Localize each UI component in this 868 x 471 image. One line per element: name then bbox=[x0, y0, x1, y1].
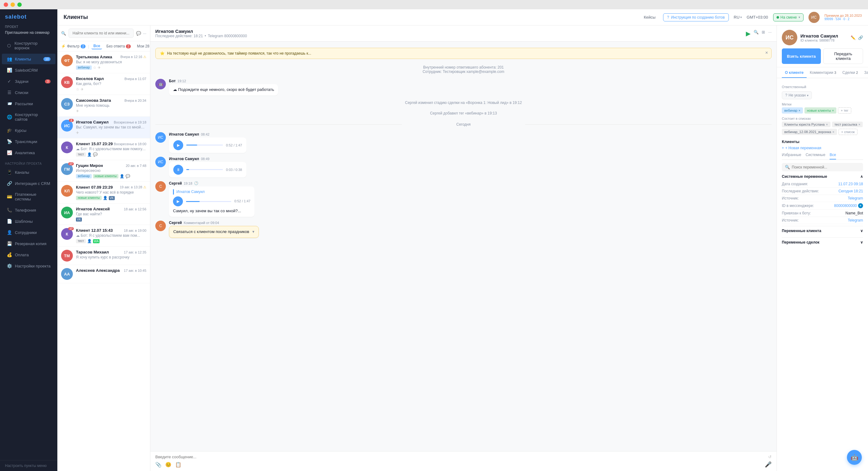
add-list-btn[interactable]: + список bbox=[839, 129, 858, 135]
sidebar-item-zadachi[interactable]: ✓ Задачи 3 bbox=[2, 76, 56, 87]
refresh-icon[interactable]: ↺ bbox=[768, 454, 772, 459]
list-item[interactable]: 2 ИС Игнатов Самуил Воскресенье в 19:18 … bbox=[57, 117, 150, 138]
project-label: ПРОЕКТ bbox=[0, 23, 57, 30]
sidebar-label-spiski: Списки bbox=[15, 90, 28, 95]
add-tag-btn[interactable]: + тег bbox=[838, 107, 851, 114]
list-item[interactable]: КВ Веселов Карл Вчера в 11:07 Как дела, … bbox=[57, 73, 150, 95]
question-icon: ? bbox=[785, 93, 787, 97]
play-button[interactable]: ▶ bbox=[173, 197, 183, 206]
more-icon[interactable]: ··· bbox=[143, 31, 146, 36]
message-input[interactable] bbox=[155, 454, 765, 459]
chat-input-bottom: 📎 😊 📋 🎤 bbox=[155, 461, 772, 468]
new-variable-btn[interactable]: + + Новая переменная bbox=[782, 146, 863, 150]
client-name-row: Тарасов Михаил 17 авг. в 12:35 bbox=[76, 250, 146, 255]
send-icon: ✈ bbox=[98, 65, 101, 70]
filter-button[interactable]: ⚡ Фильтр 2 bbox=[61, 44, 86, 49]
tab-all[interactable]: Все bbox=[91, 43, 102, 49]
transfer-client-button[interactable]: Передать клиента bbox=[824, 49, 863, 64]
maximize-button[interactable] bbox=[18, 2, 22, 7]
sidebar-item-klienty[interactable]: 👥 Клиенты 10 bbox=[2, 54, 56, 64]
sidebar-item-telefon[interactable]: 📞 Телефония bbox=[2, 205, 56, 215]
sidebar-item-analitika[interactable]: 📈 Аналитика bbox=[2, 147, 56, 158]
tab-no-answer[interactable]: Без ответа 2 bbox=[104, 43, 132, 49]
client-time: 18 авг. в 19:00 bbox=[124, 229, 146, 232]
client-time: Воскресенье в 18:00 bbox=[114, 142, 146, 146]
tab-about[interactable]: О клиенте bbox=[782, 67, 807, 78]
tab-tasks[interactable]: Задачи 4 bbox=[861, 67, 868, 78]
sidebar-item-translyacii[interactable]: 📡 Трансляции bbox=[2, 136, 56, 147]
mic-icon[interactable]: 🎤 bbox=[765, 461, 772, 468]
sidebar-label-konstruktor: Конструктор сайтов bbox=[15, 112, 51, 122]
help-btn[interactable]: ? Инструкция по созданию ботов bbox=[663, 13, 729, 22]
chat-icon[interactable]: 💬 bbox=[136, 31, 141, 36]
assigned-dropdown[interactable]: ? Не указан ▾ bbox=[782, 91, 812, 99]
list-item[interactable]: ТМ Тарасов Михаил 17 авг. в 12:35 Я хочу… bbox=[57, 247, 150, 265]
collapse-icon[interactable]: ∧ bbox=[860, 174, 863, 179]
minimize-button[interactable] bbox=[10, 2, 15, 7]
cases-btn[interactable]: Кейсы bbox=[641, 13, 658, 21]
avatar-initials: ГМ bbox=[64, 167, 70, 172]
tag: новые клиенты bbox=[76, 196, 102, 200]
sidebar-item-konstruktor[interactable]: 🌐 Конструктор сайтов bbox=[2, 110, 56, 124]
client-info: Веселов Карл Вчера в 11:07 Как дела, бот… bbox=[76, 76, 146, 91]
sidebar-item-kanaly[interactable]: 📱 Каналы bbox=[2, 167, 56, 177]
more-icon[interactable]: ··· bbox=[768, 30, 772, 37]
sidebar-item-spiski[interactable]: ☰ Списки bbox=[2, 87, 56, 98]
tab-comments[interactable]: Комментарии 3 bbox=[807, 67, 839, 78]
tab-deals[interactable]: Сделки 2 bbox=[839, 67, 861, 78]
close-icon[interactable]: ✕ bbox=[765, 51, 768, 55]
sidebar-item-rezerv[interactable]: 💾 Резервная копия bbox=[2, 238, 56, 249]
play-button[interactable]: ▶ bbox=[173, 140, 183, 150]
list-item[interactable]: АА Алексеев Александра 17 авг. в 10:45 bbox=[57, 265, 150, 283]
sidebar-item-shablony[interactable]: 📄 Шаблоны bbox=[2, 216, 56, 227]
list-item[interactable]: СЗ Самсонова Злата Вчера в 20:34 Мне нуж… bbox=[57, 95, 150, 117]
deal-vars-section[interactable]: Переменные сделок ∨ bbox=[782, 237, 863, 247]
close-button[interactable] bbox=[4, 2, 8, 7]
sidebar-item-rassylki[interactable]: 📨 Рассылки bbox=[2, 98, 56, 109]
avatar[interactable]: ИС bbox=[808, 12, 819, 23]
list-item[interactable]: 17 К Клиент 12.07 15:43 18 авг. в 19:00 … bbox=[57, 225, 150, 247]
sidebar-label-zadachi: Задачи bbox=[15, 79, 29, 84]
search-icon[interactable]: 🔍 bbox=[754, 30, 758, 37]
sidebar-item-integraciya[interactable]: 🔗 Интеграция с CRM bbox=[2, 178, 56, 189]
list-item[interactable]: КЛ Клиент 07.09 23:29 19 авг. в 13:28 ⚠ … bbox=[57, 182, 150, 204]
float-bot-button[interactable]: 🤖 bbox=[847, 450, 862, 465]
sidebar-item-nastrojki[interactable]: ⚙️ Настройки проекта bbox=[2, 261, 56, 271]
sidebar-item-kursy[interactable]: 🎓 Курсы bbox=[2, 125, 56, 136]
play-icon[interactable]: ▶ bbox=[746, 30, 750, 37]
customize-menu-btn[interactable]: Настроить пункты меню bbox=[0, 460, 57, 471]
edit-icon[interactable]: ✏️ bbox=[850, 35, 856, 40]
tab-system[interactable]: Системные bbox=[806, 153, 826, 159]
search-input[interactable] bbox=[68, 29, 134, 38]
pause-button[interactable]: ⏸ bbox=[173, 165, 183, 175]
sidebar-item-platezh[interactable]: 💳 Платежные системы bbox=[2, 189, 56, 204]
language-selector[interactable]: RU ▾ bbox=[734, 15, 742, 20]
take-client-button[interactable]: Взять клиента bbox=[782, 49, 821, 64]
chat-icon: 💬 bbox=[126, 174, 130, 178]
layout-icon[interactable]: ⊞ bbox=[762, 30, 765, 37]
sidebar-item-voronki[interactable]: ⬡ Конструктор воронок bbox=[2, 38, 56, 53]
sidebar-item-crm[interactable]: 📊 SalebotCRM bbox=[2, 65, 56, 76]
tab-favorites[interactable]: Избранные bbox=[782, 153, 801, 159]
avatar-initials: АА bbox=[64, 272, 70, 276]
client-vars-section[interactable]: Переменные клиента ∨ bbox=[782, 226, 863, 235]
tab-all-vars[interactable]: Все bbox=[830, 153, 836, 159]
template-icon[interactable]: 📋 bbox=[175, 462, 181, 468]
emoji-icon[interactable]: 😊 bbox=[165, 462, 172, 468]
status-label: На смене bbox=[781, 15, 797, 20]
link-icon[interactable]: 🔗 bbox=[858, 35, 863, 40]
expand-icon[interactable]: ▾ bbox=[252, 229, 254, 235]
list-item[interactable]: ФТ Третьякова Алика Вчера в 12:16 ⚠ Вы: … bbox=[57, 52, 150, 73]
list-item[interactable]: 17 ГМ Гущин Мирон 20 авг. в 7:48 Интерес… bbox=[57, 160, 150, 182]
tab-my[interactable]: Мои 28 bbox=[135, 43, 150, 49]
list-item[interactable]: ИА Игнатов Алексей 18 авг. в 12:56 Где в… bbox=[57, 204, 150, 225]
status-indicator[interactable]: На смене ▾ bbox=[773, 13, 804, 22]
rp-tabs: О клиенте Комментарии 3 Сделки 2 Задачи … bbox=[777, 67, 868, 78]
project-name[interactable]: Приглашение на семинар bbox=[0, 30, 57, 38]
attach-icon[interactable]: 📎 bbox=[155, 462, 161, 468]
sidebar-item-oplata[interactable]: 💰 Оплата bbox=[2, 249, 56, 260]
send-icon: ✈ bbox=[76, 130, 79, 135]
list-item[interactable]: К Клиент 15.07 23:29 Воскресенье в 18:00… bbox=[57, 138, 150, 160]
variable-search-input[interactable] bbox=[792, 165, 860, 169]
sidebar-item-sotrudniki[interactable]: 👤 Сотрудники bbox=[2, 227, 56, 238]
